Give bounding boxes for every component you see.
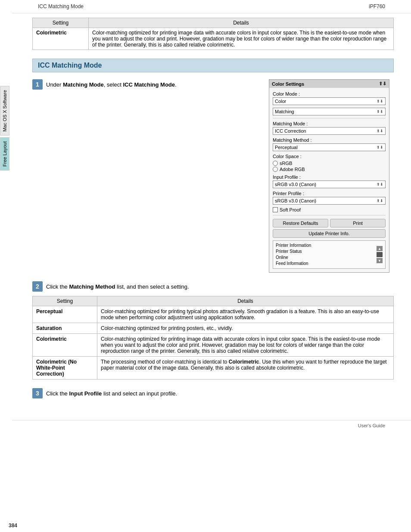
matching-method-label: Matching Method : [273,137,386,143]
printer-info-text: Printer Information Printer Status Onlin… [276,243,311,267]
step1-number: 1 [32,79,43,90]
radio-srgb-row[interactable]: sRGB [273,161,386,166]
printer-profile-select[interactable]: sRGB v3.0 (Canon) ⬆⬇ [273,197,386,205]
row3-setting: Colorimetric [33,334,97,357]
step1-left: 1 Under Matching Mode, select ICC Matchi… [32,79,260,273]
page-footer: User's Guide [12,420,411,431]
step1-bold1: Matching Mode [63,81,104,88]
matching-mode-select[interactable]: ICC Correction ⬆⬇ [273,127,386,135]
color-mode-arrows: ⬆⬇ [377,99,383,103]
matching-mode-value: ICC Correction [275,128,306,134]
header-right: iPF760 [369,3,385,9]
step3-text: Click the Input Profile list and select … [46,390,177,397]
update-printer-info-button[interactable]: Update Printer Info. [273,229,386,238]
table-row: Colorimetric Color-matching optimized fo… [33,28,394,50]
step1-text: Under Matching Mode, select ICC Matching… [46,81,177,88]
step1-dialog: Color Settings ⬆⬇ Color Mode : Color ⬆⬇ … [269,79,394,273]
soft-proof-label: Soft Proof [280,207,301,212]
matching-method-arrows: ⬆⬇ [377,145,383,149]
printer-info-label: Printer Information [276,243,311,249]
radio-adobe-label: Adobe RGB [280,167,305,172]
step2-col-details: Details [97,296,394,306]
step3-number: 3 [32,388,43,398]
radio-adobe-row[interactable]: Adobe RGB [273,167,386,172]
section-header: ICC Matching Mode [32,59,394,72]
dialog-title: Color Settings [272,81,304,87]
printer-status-label: Printer Status [276,249,311,255]
side-tab-free-layout-label: Free Layout [2,141,7,167]
top-table-col-setting: Setting [33,18,89,28]
printer-profile-label: Printer Profile : [273,191,386,196]
matching-method-row: Matching Method : Perceptual ⬆⬇ [273,137,386,151]
row1-details: Color-matching optimized for printing ty… [97,306,394,323]
step2-container: 2 Click the Matching Method list, and th… [32,281,394,380]
step3-header: 3 Click the Input Profile list and selec… [32,388,394,398]
printer-info-scroll: ▲ ▼ [377,246,383,263]
input-profile-arrows: ⬆⬇ [377,182,383,187]
scroll-down-button[interactable]: ▼ [377,258,383,263]
divider2 [273,215,386,215]
top-row-setting: Colorimetric [33,28,89,50]
matching-select[interactable]: Matching ⬆⬇ [273,108,386,115]
step2-col-setting: Setting [33,296,97,306]
divider1 [273,118,386,118]
soft-proof-row[interactable]: Soft Proof [273,207,386,212]
row3-details: Color-matching optimized for printing im… [97,334,394,357]
header-left: ICC Matching Mode [38,3,84,9]
color-space-row: Color Space : sRGB Adobe RGB [273,154,386,172]
matching-method-value: Perceptual [275,145,298,150]
row4-details: The processing method of color-matching … [97,357,394,380]
step2-header: 2 Click the Matching Method list, and th… [32,281,394,292]
matching-mode-arrows: ⬆⬇ [377,129,383,133]
matching-mode-label: Matching Mode : [273,121,386,126]
step1-bold2: ICC Matching Mode [123,81,175,88]
table-row: Colorimetric (No White-Point Correction)… [33,357,394,380]
step1-container: 1 Under Matching Mode, select ICC Matchi… [32,79,394,273]
input-profile-row: Input Profile : sRGB v3.0 (Canon) ⬆⬇ [273,174,386,188]
matching-value: Matching [275,109,294,114]
color-mode-label: Color Mode : [273,91,386,96]
input-profile-value: sRGB v3.0 (Canon) [275,182,316,187]
step2-text: Click the Matching Method list, and then… [46,283,189,290]
page-number: 384 [9,523,17,529]
scroll-up-button[interactable]: ▲ [377,246,383,251]
page-header: ICC Matching Mode iPF760 [12,0,411,13]
printer-profile-row: Printer Profile : sRGB v3.0 (Canon) ⬆⬇ [273,191,386,205]
dialog-bottom-buttons: Restore Defaults Print [273,219,386,227]
footer-right: User's Guide [358,423,385,428]
top-row-details: Color-matching optimized for printing im… [89,28,394,50]
color-space-radio-group: sRGB Adobe RGB [273,161,386,172]
radio-srgb-circle [273,161,278,166]
radio-srgb-label: sRGB [280,161,292,166]
input-profile-select[interactable]: sRGB v3.0 (Canon) ⬆⬇ [273,180,386,188]
side-tab-mac-os[interactable]: Mac OS X Software [0,86,9,136]
printer-status-value: Online [276,255,311,261]
section-title: ICC Matching Mode [38,62,102,69]
soft-proof-checkbox-row: Soft Proof [273,207,386,212]
input-profile-label: Input Profile : [273,174,386,180]
step3-bold1: Input Profile [69,390,102,397]
step3-container: 3 Click the Input Profile list and selec… [32,388,394,398]
printer-profile-arrows: ⬆⬇ [377,199,383,203]
top-table-col-details: Details [89,18,394,28]
table-row: Colorimetric Color-matching optimized fo… [33,334,394,357]
print-button[interactable]: Print [330,219,386,227]
color-mode-row: Color Mode : Color ⬆⬇ [273,91,386,105]
printer-profile-value: sRGB v3.0 (Canon) [275,198,316,203]
restore-defaults-button[interactable]: Restore Defaults [273,219,328,227]
matching-arrows: ⬆⬇ [377,109,383,114]
matching-method-select[interactable]: Perceptual ⬆⬇ [273,143,386,151]
side-tab-free-layout[interactable]: Free Layout [0,137,9,171]
feed-info-label: Feed Information [276,261,311,267]
color-mode-select[interactable]: Color ⬆⬇ [273,97,386,105]
top-info-table: Setting Details Colorimetric Color-match… [32,18,394,50]
step1-header: 1 Under Matching Mode, select ICC Matchi… [32,79,260,90]
side-tab-mac-os-label: Mac OS X Software [2,90,7,132]
row1-setting: Perceptual [33,306,97,323]
row4-setting: Colorimetric (No White-Point Correction) [33,357,97,380]
step2-number: 2 [32,281,43,292]
scroll-indicator [377,252,383,257]
soft-proof-checkbox[interactable] [273,207,278,212]
radio-adobe-circle [273,167,278,172]
dialog-title-arrows[interactable]: ⬆⬇ [379,81,386,87]
